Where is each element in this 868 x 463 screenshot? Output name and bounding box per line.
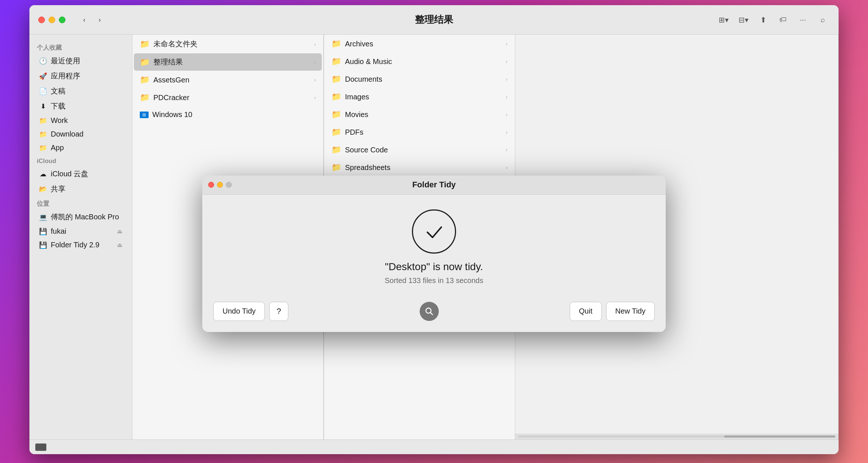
dialog-maximize-button[interactable]: [226, 182, 232, 188]
folder-icon: 📁: [331, 74, 341, 84]
help-button[interactable]: ?: [269, 302, 288, 321]
finder-nav-buttons: ‹ ›: [77, 13, 107, 27]
sidebar-item-label: 应用程序: [51, 71, 80, 81]
list-item[interactable]: 📁 Documents ›: [326, 71, 513, 88]
group-button[interactable]: ⊟▾: [736, 13, 750, 27]
item-label: PDCracker: [153, 93, 189, 102]
dialog-close-button[interactable]: [208, 182, 214, 188]
sidebar-item-docs[interactable]: 📄 文稿: [32, 84, 130, 99]
more-button[interactable]: ···: [796, 13, 810, 27]
list-item[interactable]: ⊞ Windows 10: [134, 107, 322, 123]
sidebar-item-label: iCloud 云盘: [51, 169, 88, 179]
finder-close-button[interactable]: [38, 17, 45, 23]
recent-icon: 🕐: [39, 57, 47, 65]
eject-icon-2: ⏏: [117, 241, 122, 248]
sidebar-section-favorites: 个人收藏: [29, 40, 132, 53]
icloud-icon: ☁: [39, 170, 47, 178]
app-folder-icon: 📁: [39, 144, 47, 152]
search-button[interactable]: ⌕: [816, 13, 830, 27]
item-label: Audio & Music: [345, 57, 392, 66]
download-folder-icon: 📁: [39, 130, 47, 138]
item-label: Documents: [345, 75, 382, 84]
back-button[interactable]: ‹: [77, 13, 91, 27]
dialog-body: "Desktop" is now tidy. Sorted 133 files …: [202, 195, 666, 296]
finder-traffic-lights: [38, 17, 65, 23]
work-folder-icon: 📁: [39, 117, 47, 125]
chevron-right-icon: ›: [506, 94, 508, 100]
quit-button[interactable]: Quit: [570, 302, 602, 321]
folder-tidy-dialog: Folder Tidy "Desktop" is now tidy. Sorte…: [202, 176, 666, 332]
dialog-sub-text: Sorted 133 files in 13 seconds: [385, 276, 483, 285]
item-label: Spreadsheets: [345, 163, 390, 172]
list-item[interactable]: 📁 Archives ›: [326, 35, 513, 52]
view-toggle-button[interactable]: ⊞▾: [716, 13, 730, 27]
finder-minimize-button[interactable]: [49, 17, 55, 23]
svg-line-1: [430, 312, 433, 315]
item-label: Source Code: [345, 146, 388, 154]
folder-icon: 📁: [140, 57, 150, 67]
sidebar-item-fukai[interactable]: 💾 fukai ⏏: [32, 225, 130, 238]
tag-button[interactable]: 🏷: [776, 13, 790, 27]
chevron-right-icon: ›: [506, 165, 508, 170]
list-item[interactable]: 📁 Source Code ›: [326, 141, 513, 158]
mac-icon: 💻: [39, 213, 47, 221]
windows-icon: ⊞: [140, 112, 149, 118]
sidebar-item-label: 傅凯的 MacBook Pro: [51, 212, 119, 222]
sidebar-item-label: 文稿: [51, 86, 65, 96]
list-item[interactable]: 📁 整理结果 ›: [134, 53, 322, 71]
sidebar-item-downloads[interactable]: ⬇ 下载: [32, 99, 130, 114]
sidebar-item-label: 最近使用: [51, 56, 80, 66]
sidebar-item-label: Download: [51, 130, 83, 138]
sidebar-item-work[interactable]: 📁 Work: [32, 114, 130, 127]
sidebar-item-label: 下载: [51, 101, 65, 111]
item-label: Images: [345, 93, 369, 101]
sidebar-item-shared[interactable]: 📂 共享: [32, 181, 130, 197]
list-item[interactable]: 📁 Audio & Music ›: [326, 53, 513, 70]
sidebar-item-apps[interactable]: 🚀 应用程序: [32, 68, 130, 84]
sidebar-item-download[interactable]: 📁 Download: [32, 127, 130, 141]
dialog-minimize-button[interactable]: [217, 182, 223, 188]
chevron-right-icon: ›: [506, 76, 508, 82]
sidebar-section-icloud: iCloud: [29, 155, 132, 166]
apps-icon: 🚀: [39, 72, 47, 80]
folder-icon: 📁: [331, 39, 341, 49]
sidebar-item-icloud-drive[interactable]: ☁ iCloud 云盘: [32, 166, 130, 181]
docs-icon: 📄: [39, 87, 47, 95]
chevron-right-icon: ›: [506, 41, 508, 47]
search-center-button[interactable]: [420, 302, 439, 321]
item-label: 未命名文件夹: [153, 39, 198, 49]
bottom-bar: [29, 439, 839, 454]
sidebar-item-app[interactable]: 📁 App: [32, 141, 130, 155]
sidebar-item-folder-tidy[interactable]: 💾 Folder Tidy 2.9 ⏏: [32, 238, 130, 252]
chevron-right-icon: ›: [314, 41, 316, 47]
list-item[interactable]: 📁 Movies ›: [326, 106, 513, 123]
list-item[interactable]: 📁 Images ›: [326, 88, 513, 105]
item-label: Windows 10: [152, 110, 192, 119]
list-item[interactable]: 📁 AssetsGen ›: [134, 71, 322, 88]
sidebar-item-recent[interactable]: 🕐 最近使用: [32, 53, 130, 68]
list-item[interactable]: 📁 Spreadsheets ›: [326, 159, 513, 176]
share-button[interactable]: ⬆: [756, 13, 770, 27]
item-label: PDFs: [345, 128, 363, 137]
disk-icon: [35, 443, 46, 451]
sidebar-item-macbook[interactable]: 💻 傅凯的 MacBook Pro: [32, 209, 130, 225]
undo-tidy-button[interactable]: Undo Tidy: [213, 302, 265, 321]
sidebar-item-label: 共享: [51, 184, 65, 194]
folder-icon: 📁: [331, 92, 341, 102]
folder-tidy-drive-icon: 💾: [39, 241, 47, 249]
chevron-right-icon: ›: [506, 59, 508, 64]
finder-title: 整理结果: [415, 13, 453, 26]
folder-icon: 📁: [331, 127, 341, 137]
list-item[interactable]: 📁 PDFs ›: [326, 124, 513, 141]
folder-icon: 📁: [140, 93, 150, 102]
eject-icon: ⏏: [117, 228, 122, 235]
list-item[interactable]: 📁 PDCracker ›: [134, 89, 322, 106]
item-label: 整理结果: [153, 57, 183, 67]
chevron-right-icon: ›: [506, 129, 508, 135]
chevron-right-icon: ›: [506, 147, 508, 153]
new-tidy-button[interactable]: New Tidy: [606, 302, 655, 321]
list-item[interactable]: 📁 未命名文件夹 ›: [134, 35, 322, 53]
forward-button[interactable]: ›: [93, 13, 107, 27]
finder-maximize-button[interactable]: [59, 17, 65, 23]
dialog-main-text: "Desktop" is now tidy.: [385, 261, 483, 273]
